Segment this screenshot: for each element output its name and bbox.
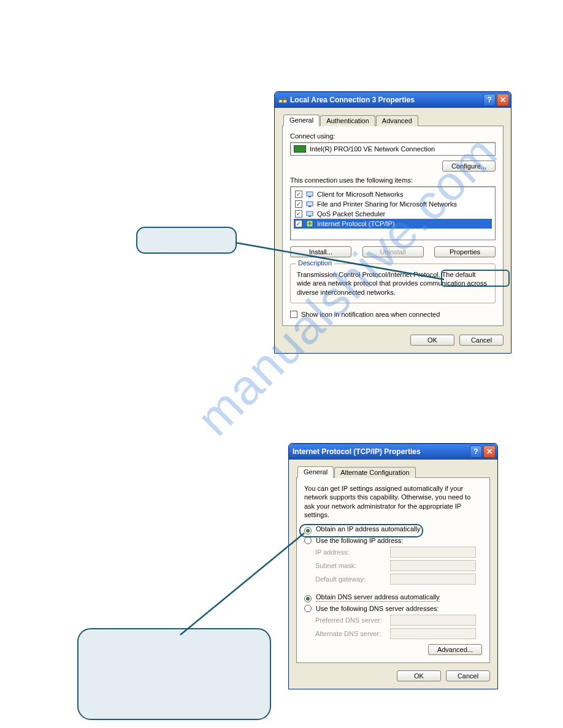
cancel-button[interactable]: Cancel [446, 670, 490, 681]
configure-button[interactable]: Configure... [442, 161, 496, 172]
protocol-icon [305, 219, 314, 228]
list-item-selected[interactable]: ✓ Internet Protocol (TCP/IP) [294, 219, 492, 229]
svg-rect-1 [283, 100, 286, 102]
subnet-label: Subnet mask: [304, 562, 390, 569]
list-item[interactable]: ✓ File and Printer Sharing for Microsoft… [294, 199, 492, 209]
close-button[interactable]: ✕ [483, 446, 496, 458]
alt-dns-row: Alternate DNS server: [304, 628, 482, 639]
svg-rect-7 [308, 216, 311, 217]
titlebar[interactable]: Internet Protocol (TCP/IP) Properties ? … [289, 444, 497, 460]
adapter-name: Intel(R) PRO/100 VE Network Connection [310, 145, 435, 153]
radio-auto-dns-row[interactable]: Obtain DNS server address automatically [304, 593, 482, 601]
alt-dns-label: Alternate DNS server: [304, 630, 390, 637]
dialog-title: Local Area Connection 3 Properties [290, 96, 415, 104]
show-icon-row[interactable]: Show icon in notification area when conn… [290, 311, 496, 318]
svg-rect-5 [308, 206, 311, 207]
auto-ip-highlight [299, 524, 423, 537]
checkbox-icon[interactable]: ✓ [295, 191, 302, 198]
items-label: This connection uses the following items… [290, 176, 496, 184]
svg-rect-0 [279, 100, 282, 102]
show-icon-label: Show icon in notification area when conn… [301, 311, 440, 318]
gateway-label: Default gateway: [304, 575, 390, 583]
ip-address-field [390, 547, 476, 558]
ok-button[interactable]: OK [397, 670, 441, 681]
tab-general[interactable]: General [297, 466, 334, 478]
titlebar[interactable]: Local Area Connection 3 Properties ? ✕ [275, 92, 511, 108]
callout-box-2 [77, 628, 271, 720]
close-button[interactable]: ✕ [497, 94, 509, 106]
items-list[interactable]: ✓ Client for Microsoft Networks ✓ File a… [290, 186, 496, 240]
tab-panel-general: You can get IP settings assigned automat… [296, 478, 490, 663]
ok-button[interactable]: OK [410, 335, 454, 346]
radio-manual-dns-row[interactable]: Use the following DNS server addresses: [304, 604, 482, 612]
gateway-row: Default gateway: [304, 574, 482, 585]
tab-row: General Authentication Advanced [282, 114, 504, 126]
callout-line-1 [233, 240, 446, 282]
network-icon [278, 96, 287, 104]
subnet-field [390, 560, 476, 571]
intro-text: You can get IP settings assigned automat… [304, 484, 482, 519]
subnet-row: Subnet mask: [304, 560, 482, 571]
client-icon [305, 190, 314, 199]
alt-dns-field [390, 628, 476, 639]
checkbox-icon[interactable]: ✓ [295, 210, 302, 218]
gateway-field [390, 574, 476, 585]
pref-dns-field [390, 615, 476, 626]
svg-rect-3 [308, 196, 311, 197]
lan-properties-dialog: Local Area Connection 3 Properties ? ✕ G… [274, 91, 511, 354]
cancel-button[interactable]: Cancel [459, 335, 504, 346]
tab-general[interactable]: General [283, 115, 320, 126]
tab-row: General Alternate Configuration [296, 466, 490, 478]
pref-dns-row: Preferred DNS server: [304, 615, 482, 626]
svg-rect-4 [307, 202, 313, 206]
ip-address-label: IP address: [304, 548, 390, 556]
adapter-icon [294, 145, 306, 153]
adapter-box: Intel(R) PRO/100 VE Network Connection [290, 142, 496, 156]
dialog-title: Internet Protocol (TCP/IP) Properties [293, 447, 421, 456]
callout-box-1 [136, 227, 237, 254]
radio-auto-dns-label: Obtain DNS server address automatically [316, 593, 440, 602]
tab-panel-general: Connect using: Intel(R) PRO/100 VE Netwo… [282, 126, 504, 326]
checkbox-icon[interactable] [290, 311, 297, 318]
svg-line-10 [180, 533, 304, 635]
qos-icon [305, 210, 314, 218]
tab-advanced[interactable]: Advanced [376, 115, 418, 126]
tab-authentication[interactable]: Authentication [320, 115, 375, 126]
tab-alternate[interactable]: Alternate Configuration [334, 467, 416, 478]
radio-manual-ip-label: Use the following IP address: [316, 537, 403, 544]
properties-highlight [441, 270, 510, 287]
list-item-label: File and Printer Sharing for Microsoft N… [317, 200, 457, 208]
tcpip-properties-dialog: Internet Protocol (TCP/IP) Properties ? … [288, 443, 498, 689]
checkbox-icon[interactable]: ✓ [295, 200, 302, 208]
list-item[interactable]: ✓ QoS Packet Scheduler [294, 209, 492, 219]
connect-using-label: Connect using: [290, 132, 496, 140]
callout-line-2 [178, 531, 307, 637]
svg-rect-6 [307, 211, 313, 216]
list-item-label: Client for Microsoft Networks [317, 191, 404, 198]
help-button[interactable]: ? [483, 94, 496, 106]
list-item-label: Internet Protocol (TCP/IP) [317, 220, 395, 227]
svg-rect-2 [307, 192, 313, 196]
radio-manual-dns-label: Use the following DNS server addresses: [316, 605, 439, 612]
help-button[interactable]: ? [470, 446, 482, 458]
pref-dns-label: Preferred DNS server: [304, 616, 390, 624]
svg-line-9 [236, 243, 444, 279]
ip-address-row: IP address: [304, 547, 482, 558]
service-icon [305, 200, 314, 208]
list-item[interactable]: ✓ Client for Microsoft Networks [294, 189, 492, 199]
checkbox-icon[interactable]: ✓ [295, 220, 302, 227]
advanced-button[interactable]: Advanced... [428, 644, 482, 655]
list-item-label: QoS Packet Scheduler [317, 210, 385, 218]
